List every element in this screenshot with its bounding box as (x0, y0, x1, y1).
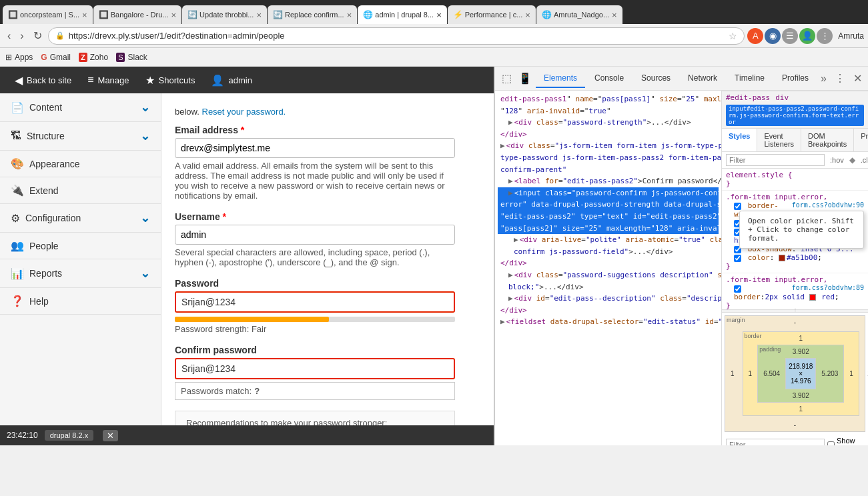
content-dimensions: 218.918 × 14.976 (789, 363, 813, 385)
tab-sources[interactable]: Sources (633, 69, 679, 88)
breadcrumb-selected[interactable]: input#edit-pass-pass2.password-confirm.j… (726, 105, 864, 126)
tab-update[interactable]: 🔄 Update throbbi... × (182, 5, 267, 24)
shortcuts-button[interactable]: ★ Shortcuts (137, 67, 203, 93)
username-input[interactable] (175, 225, 455, 245)
sidebar-item-people[interactable]: 👥 People (0, 233, 161, 259)
styles-tab-properties[interactable]: Properties (854, 129, 868, 151)
tab-close-button[interactable]: × (256, 10, 262, 20)
tab-replace[interactable]: 🔄 Replace confirm... × (268, 5, 357, 24)
border-checkbox[interactable] (734, 285, 741, 293)
tab-bangalore[interactable]: 🔲 Bangalore - Dru... × (93, 5, 181, 24)
color-swatch[interactable] (779, 255, 785, 261)
email-input[interactable] (175, 138, 455, 158)
back-to-site-button[interactable]: ◀ Back to site (7, 67, 79, 93)
bookmark-zoho[interactable]: Z Zoho (79, 53, 108, 62)
ext-icon-adblock[interactable]: A (747, 28, 763, 44)
bookmark-gmail[interactable]: G Gmail (41, 53, 71, 62)
tab-close-button[interactable]: × (612, 10, 617, 20)
styles-filter-input[interactable] (726, 154, 825, 166)
triangle-icon[interactable] (508, 189, 513, 197)
tab-close-button[interactable]: × (82, 10, 87, 20)
sidebar-item-content[interactable]: 📄 Content ⌄ (0, 93, 161, 122)
sidebar-item-structure[interactable]: 🏗 Structure ⌄ (0, 122, 161, 151)
extend-icon: 🔌 (11, 184, 24, 197)
triangle-icon[interactable] (508, 294, 513, 303)
username-field-group: Username * Several special characters ar… (175, 211, 480, 267)
password-input[interactable] (175, 291, 455, 313)
forward-button[interactable]: › (17, 29, 27, 43)
html-tree[interactable]: edit-pass-pass1" name="pass[pass1]" size… (495, 91, 721, 445)
admin-user-button[interactable]: 👤 admin (203, 67, 260, 93)
triangle-icon[interactable] (514, 235, 518, 244)
devtools-mobile-button[interactable]: 📱 (516, 71, 534, 86)
triangle-icon[interactable] (508, 271, 513, 279)
reload-button[interactable]: ↻ (30, 28, 45, 43)
tab-console[interactable]: Console (586, 69, 632, 88)
sidebar-item-reports[interactable]: 📊 Reports ⌄ (0, 259, 161, 288)
ext-icon-settings[interactable]: ⋮ (817, 28, 833, 44)
styles-tab-dom[interactable]: DOM Breakpoints (801, 129, 854, 151)
sidebar-item-appearance[interactable]: 🎨 Appearance (0, 151, 161, 177)
border-width-checkbox[interactable] (734, 203, 741, 210)
triangle-icon[interactable] (500, 141, 505, 150)
email-description: A valid email address. All emails from t… (175, 161, 455, 201)
tab-title: Update throbbi... (199, 11, 254, 19)
status-bar-close-button[interactable]: ✕ (103, 430, 118, 441)
tab-oncorpsteam[interactable]: 🔲 oncorpsteam | S... × (3, 5, 93, 24)
manage-button[interactable]: ≡ Manage (79, 67, 137, 93)
hov-button[interactable]: :hov (827, 155, 847, 165)
intro-text: below. Reset your password. (175, 107, 480, 117)
configuration-icon: ⚙ (11, 212, 20, 225)
sidebar-item-extend[interactable]: 🔌 Extend (0, 177, 161, 204)
cls-button[interactable]: .cls (858, 155, 868, 165)
border-red-swatch[interactable] (809, 294, 816, 301)
bookmark-slack[interactable]: S Slack (116, 53, 147, 62)
tab-bar: 🔲 oncorpsteam | S... × 🔲 Bangalore - Dru… (0, 0, 868, 24)
devtools-close-button[interactable]: ✕ (851, 71, 865, 86)
tab-amruta[interactable]: 🌐 Amruta_Nadgo... × (536, 5, 622, 24)
tab-performance[interactable]: ⚡ Performance | c... × (448, 5, 536, 24)
reset-password-link[interactable]: Reset your password. (202, 107, 286, 117)
computed-filter-input[interactable] (726, 439, 825, 445)
tab-close-button[interactable]: × (171, 10, 177, 20)
confirm-password-input[interactable] (175, 358, 455, 379)
breadcrumb-edit-pass[interactable]: #edit-pass (726, 93, 770, 102)
ext-icon-blue[interactable]: ◉ (765, 28, 781, 44)
color-checkbox[interactable] (734, 255, 741, 262)
sidebar-item-help[interactable]: ❓ Help (0, 288, 161, 315)
user-icon: 👤 (211, 74, 224, 87)
bookmark-apps[interactable]: ⊞ Apps (5, 53, 33, 62)
padding-bottom-value: 3.902 (761, 392, 841, 399)
html-line-selected[interactable]: <input class="password-confirm js-passwo… (498, 187, 719, 199)
address-bar[interactable]: 🔒 https://drevx.ply.st/user/1/edit?desti… (48, 27, 745, 45)
ext-icon-gray[interactable]: ☰ (782, 28, 798, 44)
content-icon: 📄 (11, 101, 24, 114)
tab-network[interactable]: Network (680, 69, 725, 88)
styles-tab-styles[interactable]: Styles (722, 129, 757, 151)
devtools-settings-button[interactable]: ⋮ (832, 71, 848, 86)
styles-tab-event[interactable]: Event Listeners (757, 129, 801, 151)
tab-favicon: 🌐 (363, 10, 372, 19)
recommendations-box: Recommendations to make your password st… (175, 411, 455, 425)
triangle-icon[interactable] (508, 118, 513, 127)
sidebar-item-configuration[interactable]: ⚙ Configuration ⌄ (0, 204, 161, 233)
tab-profiles[interactable]: Profiles (774, 69, 817, 88)
ext-icon-green[interactable]: 👤 (799, 28, 815, 44)
devtools-more-button[interactable]: » (818, 71, 829, 86)
show-all-checkbox[interactable] (827, 441, 835, 446)
breadcrumb-div[interactable]: div (775, 93, 789, 102)
tab-close-button[interactable]: × (436, 10, 442, 20)
confirm-password-field-group: Confirm password Passwords match: ? (175, 345, 480, 400)
tab-timeline[interactable]: Timeline (727, 69, 773, 88)
tab-close-button[interactable]: × (525, 10, 530, 20)
triangle-icon[interactable] (508, 177, 513, 185)
html-line: <div class="password-suggestions descrip… (498, 269, 719, 281)
back-button[interactable]: ‹ (4, 29, 14, 43)
tab-elements[interactable]: Elements (536, 69, 585, 88)
bookmark-icon[interactable]: ☆ (729, 31, 737, 41)
triangle-icon[interactable] (500, 317, 505, 326)
devtools-inspect-button[interactable]: ⬚ (499, 71, 514, 86)
tab-admin-drupal[interactable]: 🌐 admin | drupal 8... × (358, 5, 446, 24)
tab-close-button[interactable]: × (347, 10, 352, 20)
html-line-selected-cont: error" data-drupal-password-strength dat… (498, 199, 719, 211)
